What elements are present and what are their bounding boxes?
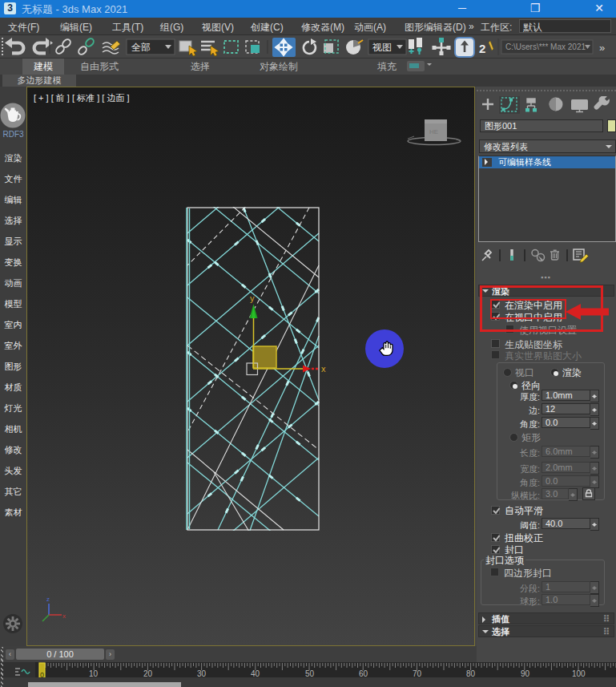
svg-text:»: » bbox=[599, 42, 605, 54]
svg-text:HE: HE bbox=[429, 128, 438, 135]
svg-text:x: x bbox=[321, 364, 326, 374]
svg-text:y: y bbox=[250, 293, 255, 303]
svg-text:视图: 视图 bbox=[372, 42, 392, 53]
svg-text:C:\Users\*** Max 2021: C:\Users\*** Max 2021 bbox=[505, 42, 586, 51]
svg-text:x: x bbox=[62, 612, 66, 620]
svg-text:2: 2 bbox=[479, 42, 485, 55]
svg-text:z: z bbox=[46, 596, 50, 603]
svg-text:全部: 全部 bbox=[131, 42, 151, 53]
